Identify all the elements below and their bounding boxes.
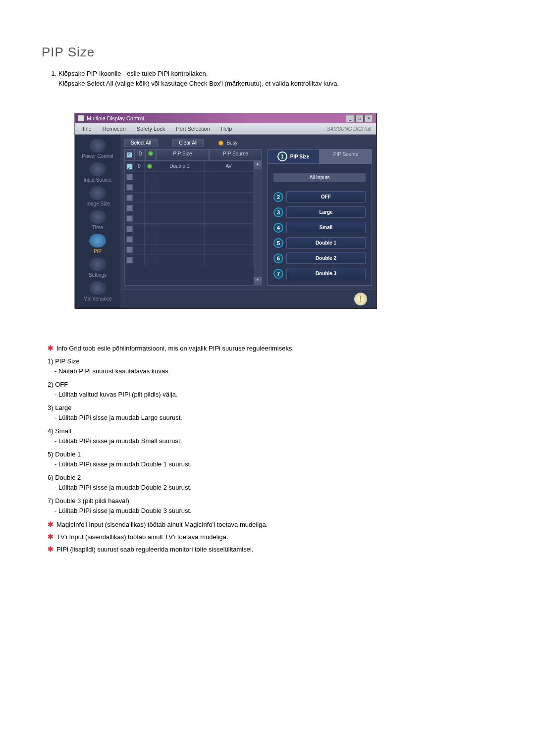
menu-remocon[interactable]: Remocon — [98, 126, 131, 132]
select-all-button[interactable]: Select All — [124, 139, 158, 147]
brand-label: SAMSUNG DIGITall — [322, 126, 376, 132]
item-name: Double 1 — [55, 451, 81, 458]
star-icon: ✱ — [48, 344, 54, 352]
sidebar-item-pip[interactable]: PIP — [77, 233, 118, 255]
option-large[interactable]: Large — [286, 206, 366, 218]
app-icon — [78, 115, 85, 122]
item-num: 6) — [48, 474, 54, 481]
option-double1[interactable]: Double 1 — [286, 237, 366, 249]
option-double2[interactable]: Double 2 — [286, 252, 366, 264]
star-icon: ✱ — [48, 533, 54, 541]
sidebar: Power Control Input Source Image Size Ti… — [75, 135, 120, 308]
row-checkbox[interactable] — [126, 174, 133, 180]
item-name: PIP Size — [55, 357, 80, 365]
item-sub: - Näitab PIPi suurust kasutatavas kuvas. — [54, 367, 170, 375]
maintenance-icon — [89, 281, 106, 295]
sidebar-item-label: Time — [92, 225, 103, 230]
sidebar-item-label: Image Size — [85, 201, 110, 206]
row-checkbox[interactable] — [126, 215, 133, 222]
maximize-button[interactable]: □ — [355, 115, 364, 122]
badge-1: 1 — [277, 151, 287, 161]
item-num: 7) — [48, 497, 54, 504]
warning-icon: ! — [354, 293, 367, 305]
control-panel: 1PIP Size PIP Source All Inputs 2OFF 3La… — [267, 149, 372, 286]
badge-4: 4 — [273, 223, 283, 233]
input-icon — [89, 162, 106, 176]
busy-indicator: Busy — [218, 140, 237, 146]
star-icon: ✱ — [48, 520, 54, 528]
badge-3: 3 — [273, 207, 283, 217]
row-checkbox[interactable] — [126, 236, 133, 243]
row-checkbox[interactable] — [126, 195, 133, 201]
minimize-button[interactable]: _ — [346, 115, 354, 122]
menu-file[interactable]: File — [78, 126, 97, 132]
item-sub: - Lülitab PIPi sisse ja muudab Double 1 … — [54, 460, 192, 468]
option-small[interactable]: Small — [286, 222, 366, 233]
sidebar-item-maintenance[interactable]: Maintenance — [77, 280, 118, 303]
col-pip-source: PIP Source — [209, 149, 262, 161]
tab-pip-size[interactable]: 1PIP Size — [267, 149, 320, 164]
tab-pip-source[interactable]: PIP Source — [320, 149, 372, 164]
badge-5: 5 — [273, 238, 283, 248]
pip-icon — [89, 234, 106, 248]
intro-line-2: Klõpsake Select All (valige kõik) või ka… — [58, 80, 339, 87]
col-checkbox[interactable] — [124, 149, 134, 161]
status-bar: ! — [120, 290, 376, 308]
item-name: Double 3 (pilt pildi haaval) — [55, 497, 129, 504]
row-checkbox[interactable] — [126, 257, 133, 263]
vertical-scrollbar[interactable]: ▴ ▾ — [254, 161, 262, 285]
col-pip-size: PIP Size — [156, 149, 209, 161]
menu-port[interactable]: Port Selection — [171, 126, 214, 132]
intro-list: Klõpsake PIP-ikoonile - esile tuleb PIPi… — [40, 69, 495, 88]
tab-label: PIP Size — [290, 154, 310, 159]
option-off[interactable]: OFF — [286, 191, 366, 202]
all-inputs-button[interactable]: All Inputs — [273, 173, 366, 182]
item-name: Large — [55, 404, 71, 411]
table-row[interactable]: 0 Double 1 AV — [125, 161, 254, 172]
sidebar-item-settings[interactable]: Settings — [77, 256, 118, 279]
row-id: 0 — [134, 161, 145, 171]
power-icon — [89, 139, 106, 152]
row-checkbox[interactable] — [126, 247, 133, 253]
app-window: Multiple Display Control _ □ × File Remo… — [74, 113, 376, 308]
option-double3[interactable]: Double 3 — [286, 268, 366, 279]
sidebar-item-image[interactable]: Image Size — [77, 185, 118, 208]
item-name: Double 2 — [55, 474, 81, 481]
scroll-up-icon[interactable]: ▴ — [254, 161, 262, 169]
image-icon — [89, 186, 106, 200]
clear-all-button[interactable]: Clear All — [172, 139, 204, 147]
row-checkbox[interactable] — [126, 226, 133, 232]
sidebar-item-label: PIP — [94, 249, 102, 254]
badge-6: 6 — [273, 253, 283, 263]
item-sub: - Lülitab PIPi sisse ja muudab Large suu… — [54, 414, 182, 421]
sidebar-item-label: Maintenance — [83, 296, 111, 302]
star-icon: ✱ — [48, 545, 54, 553]
row-pip-size: Double 1 — [155, 161, 205, 171]
sidebar-item-time[interactable]: Time — [77, 209, 118, 232]
star-note-2: TV'i Input (sisendallikas) töötab ainult… — [56, 533, 228, 541]
badge-7: 7 — [273, 269, 283, 279]
sidebar-item-input[interactable]: Input Source — [77, 161, 118, 184]
scroll-down-icon[interactable]: ▾ — [254, 277, 262, 285]
item-sub: - Lülitab valitud kuvas PIPi (pilt pildi… — [54, 391, 178, 398]
menu-help[interactable]: Help — [216, 126, 237, 132]
item-sub: - Lülitab PIPi sisse ja muudab Double 3 … — [54, 507, 192, 514]
sidebar-item-label: Power Control — [82, 153, 113, 159]
star-note-3: PIPi (lisapildi) suurust saab reguleerid… — [56, 546, 253, 553]
settings-icon — [89, 257, 106, 271]
sidebar-item-power[interactable]: Power Control — [77, 138, 118, 160]
toolbar: Select All Clear All Busy — [120, 135, 376, 149]
item-sub: - Lülitab PIPi sisse ja muudab Small suu… — [54, 437, 182, 445]
busy-label: Busy — [226, 140, 237, 146]
page-title: PIP Size — [42, 45, 495, 60]
row-pip-source: AV — [205, 161, 254, 171]
menu-safety[interactable]: Safety Lock — [132, 126, 170, 132]
row-checkbox[interactable] — [126, 205, 133, 211]
grid-rows: 0 Double 1 AV — [125, 161, 254, 285]
star-note-1: MagicInfo'i Input (sisendallikas) töötab… — [56, 521, 268, 528]
close-button[interactable]: × — [365, 115, 373, 122]
item-name: OFF — [55, 381, 68, 388]
window-titlebar: Multiple Display Control _ □ × — [75, 113, 376, 123]
row-checkbox[interactable] — [126, 184, 133, 191]
row-checkbox[interactable] — [126, 163, 133, 170]
